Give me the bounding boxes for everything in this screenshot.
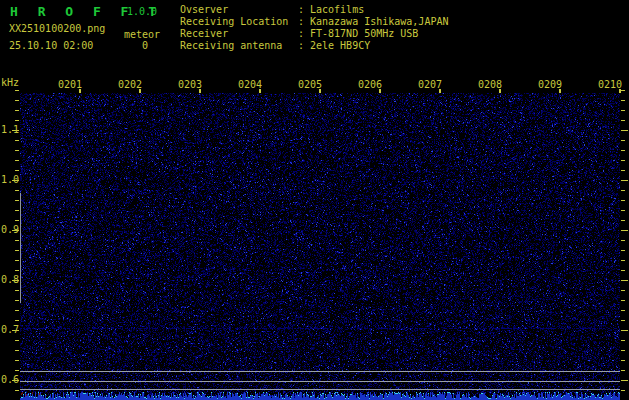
info-separator: :: [298, 40, 310, 52]
freq-minor-tick: [621, 350, 625, 351]
freq-minor-tick: [621, 290, 625, 291]
freq-major-tick: [12, 330, 19, 331]
freq-minor-tick: [621, 90, 625, 91]
freq-minor-tick: [15, 190, 19, 191]
freq-minor-tick: [15, 100, 19, 101]
freq-minor-tick: [15, 250, 19, 251]
freq-minor-tick: [15, 150, 19, 151]
freq-minor-tick: [15, 290, 19, 291]
hrofft-screen: H R O F F T 1.0.0 XX2510100200.png meteo…: [0, 0, 629, 400]
freq-minor-tick: [621, 310, 625, 311]
freq-major-tick: [621, 280, 628, 281]
station-info-row: Receiving Location:Kanazawa Ishikawa,JAP…: [180, 16, 448, 28]
app-version: 1.0.0: [127, 6, 157, 17]
freq-major-tick: [621, 180, 628, 181]
freq-major-tick: [621, 130, 628, 131]
freq-minor-tick: [621, 390, 625, 391]
freq-minor-tick: [621, 320, 625, 321]
freq-minor-tick: [621, 240, 625, 241]
freq-major-tick: [12, 380, 19, 381]
datetime-label: 25.10.10 02:00: [9, 40, 93, 51]
info-label: Ovserver: [180, 4, 298, 16]
info-label: Receiving antenna: [180, 40, 298, 52]
freq-minor-tick: [621, 260, 625, 261]
freq-minor-tick: [621, 140, 625, 141]
freq-minor-tick: [621, 360, 625, 361]
freq-minor-tick: [621, 100, 625, 101]
station-info-row: Receiving antenna:2ele HB9CY: [180, 40, 370, 52]
freq-minor-tick: [15, 270, 19, 271]
station-info-row: Ovserver:Lacofilms: [180, 4, 364, 16]
freq-axis-unit-label: kHz: [1, 77, 19, 88]
freq-minor-tick: [621, 250, 625, 251]
freq-minor-tick: [15, 300, 19, 301]
info-separator: :: [298, 16, 310, 28]
freq-minor-tick: [15, 90, 19, 91]
freq-minor-tick: [15, 370, 19, 371]
freq-minor-tick: [15, 200, 19, 201]
freq-minor-tick: [621, 160, 625, 161]
freq-minor-tick: [15, 110, 19, 111]
output-filename: XX2510100200.png: [9, 23, 105, 34]
freq-minor-tick: [15, 260, 19, 261]
freq-minor-tick: [621, 270, 625, 271]
info-value: Lacofilms: [310, 4, 364, 15]
info-separator: :: [298, 4, 310, 16]
freq-minor-tick: [15, 310, 19, 311]
freq-minor-tick: [621, 170, 625, 171]
freq-minor-tick: [15, 360, 19, 361]
freq-major-tick: [12, 280, 19, 281]
station-info-row: Receiver:FT-817ND 50MHz USB: [180, 28, 418, 40]
freq-major-tick: [12, 180, 19, 181]
freq-minor-tick: [15, 140, 19, 141]
freq-minor-tick: [621, 190, 625, 191]
freq-major-tick: [621, 330, 628, 331]
spectrogram-canvas: [20, 93, 620, 400]
freq-minor-tick: [621, 200, 625, 201]
freq-minor-tick: [621, 220, 625, 221]
freq-minor-tick: [15, 170, 19, 171]
info-label: Receiver: [180, 28, 298, 40]
info-value: Kanazawa Ishikawa,JAPAN: [310, 16, 448, 27]
freq-minor-tick: [621, 340, 625, 341]
freq-minor-tick: [15, 210, 19, 211]
freq-major-tick: [12, 130, 19, 131]
info-separator: :: [298, 28, 310, 40]
info-value: 2ele HB9CY: [310, 40, 370, 51]
freq-major-tick: [621, 230, 628, 231]
freq-minor-tick: [15, 350, 19, 351]
echo-count: 0: [142, 40, 148, 51]
info-value: FT-817ND 50MHz USB: [310, 28, 418, 39]
freq-minor-tick: [621, 300, 625, 301]
observation-mode: meteor: [124, 29, 160, 40]
freq-minor-tick: [621, 110, 625, 111]
freq-minor-tick: [621, 150, 625, 151]
freq-minor-tick: [15, 340, 19, 341]
freq-minor-tick: [15, 320, 19, 321]
info-label: Receiving Location: [180, 16, 298, 28]
freq-minor-tick: [15, 220, 19, 221]
freq-minor-tick: [15, 240, 19, 241]
freq-minor-tick: [15, 390, 19, 391]
freq-minor-tick: [15, 160, 19, 161]
freq-major-tick: [621, 380, 628, 381]
freq-minor-tick: [621, 120, 625, 121]
freq-minor-tick: [621, 370, 625, 371]
freq-minor-tick: [15, 120, 19, 121]
freq-minor-tick: [621, 210, 625, 211]
freq-major-tick: [12, 230, 19, 231]
